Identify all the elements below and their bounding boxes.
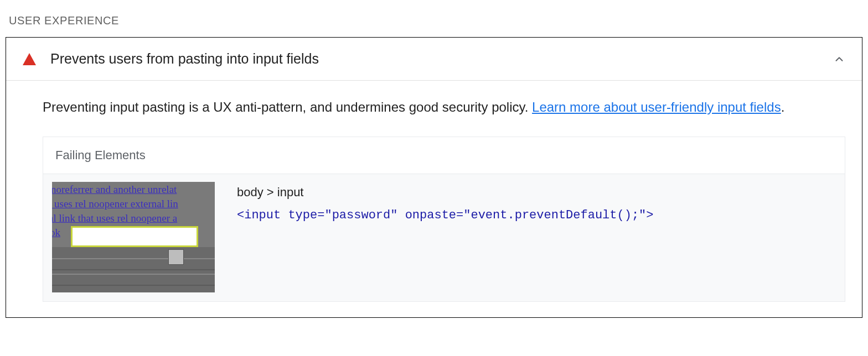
audit-description-text: Preventing input pasting is a UX anti-pa… [43, 100, 532, 114]
element-selector-path: body > input [237, 185, 836, 200]
element-code-snippet: <input type="password" onpaste="event.pr… [237, 206, 836, 224]
chevron-up-icon[interactable] [833, 53, 845, 65]
section-label: USER EXPERIENCE [9, 14, 862, 27]
audit-title: Prevents users from pasting into input f… [50, 51, 833, 67]
audit-body: Preventing input pasting is a UX anti-pa… [6, 81, 862, 317]
failing-element-info: body > input <input type="password" onpa… [237, 182, 836, 224]
learn-more-link[interactable]: Learn more about user-friendly input fie… [532, 100, 781, 114]
failing-elements-body: noreferrer and another unrelat t uses re… [43, 174, 845, 301]
failing-elements-header: Failing Elements [43, 137, 845, 174]
thumbnail-broken-image-icon [168, 249, 184, 265]
thumbnail-highlighted-input [71, 226, 198, 247]
warning-triangle-icon [23, 53, 36, 65]
thumbnail-text: t uses rel noopener external lin [52, 197, 178, 211]
period: . [781, 100, 785, 114]
audit-description: Preventing input pasting is a UX anti-pa… [43, 96, 845, 119]
thumbnail-text: noreferrer and another unrelat [52, 183, 177, 197]
thumbnail-footer [52, 247, 215, 292]
audit-header[interactable]: Prevents users from pasting into input f… [6, 38, 862, 81]
audit-card: Prevents users from pasting into input f… [6, 37, 862, 318]
element-thumbnail: noreferrer and another unrelat t uses re… [52, 182, 215, 292]
thumbnail-text: ok [52, 226, 60, 240]
failing-elements-box: Failing Elements noreferrer and another … [43, 137, 845, 302]
thumbnail-text: al link that uses rel noopener a [52, 212, 177, 226]
